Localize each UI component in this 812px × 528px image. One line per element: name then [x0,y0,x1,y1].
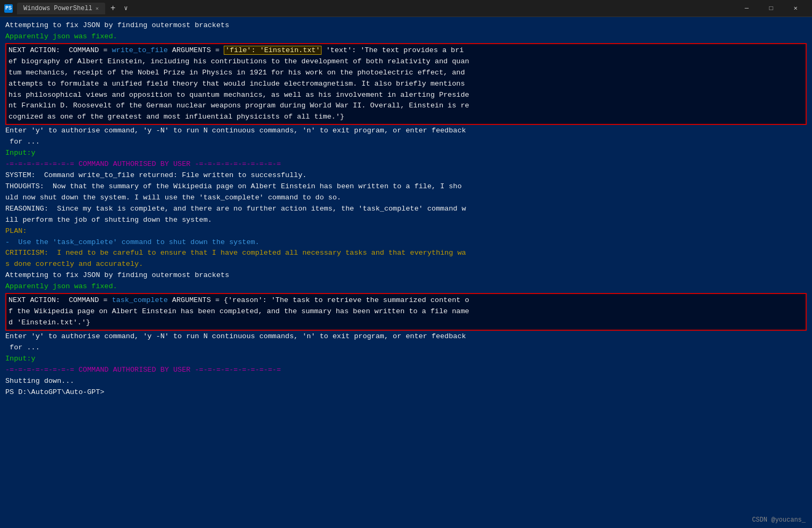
terminal-line: Shutting down... [5,376,807,387]
terminal-line: CRITICISM: I need to be careful to ensur… [5,248,807,270]
tabs-chevron-icon[interactable]: ∨ [121,4,131,12]
terminal-line: PS D:\AutoGPT\Auto-GPT> [5,387,807,398]
terminal-line: THOUGHTS: Now that the summary of the Wi… [5,181,807,204]
terminal-line: REASONING: Since my task is complete, an… [5,204,807,226]
terminal-line: PLAN: [5,226,807,237]
app-icon-label: PS [5,5,12,11]
maximize-button[interactable]: □ [759,0,783,17]
terminal-line: Input:y [5,148,807,159]
terminal-line: Enter 'y' to authorise command, 'y -N' t… [5,125,807,148]
terminal-line: -=-=-=-=-=-=-=-= COMMAND AUTHORISED BY U… [5,365,807,376]
terminal-line: Apparently json was fixed. [5,281,807,292]
titlebar-tabs: Windows PowerShell ✕ + ∨ [17,3,131,14]
terminal-line: -=-=-=-=-=-=-=-= COMMAND AUTHORISED BY U… [5,159,807,170]
window-controls: ─ □ ✕ [734,0,808,17]
terminal-line: SYSTEM: Command write_to_file returned: … [5,170,807,181]
titlebar: PS Windows PowerShell ✕ + ∨ ─ □ ✕ [0,0,812,17]
terminal-line: Apparently json was fixed. [5,31,807,43]
terminal-line: Enter 'y' to authorise command, 'y -N' t… [5,331,807,354]
tab-close-icon[interactable]: ✕ [96,5,99,12]
terminal-line: Input:y [5,354,807,365]
terminal-window[interactable]: Attempting to fix JSON by finding outerm… [0,17,812,528]
terminal-line: - Use the 'task_complete' command to shu… [5,237,807,248]
next-action-block: NEXT ACTION: COMMAND = write_to_file ARG… [5,43,807,125]
tab-label: Windows PowerShell [23,5,92,12]
watermark: CSDN @youcans_ [752,516,806,524]
active-tab[interactable]: Windows PowerShell ✕ [17,3,105,14]
next-action-block: NEXT ACTION: COMMAND = task_complete ARG… [5,293,807,331]
terminal-line: Attempting to fix JSON by finding outerm… [5,20,807,31]
close-button[interactable]: ✕ [783,0,808,17]
app-icon: PS [4,4,13,13]
terminal-line: Attempting to fix JSON by finding outerm… [5,270,807,281]
new-tab-button[interactable]: + [107,4,119,13]
minimize-button[interactable]: ─ [734,0,759,17]
